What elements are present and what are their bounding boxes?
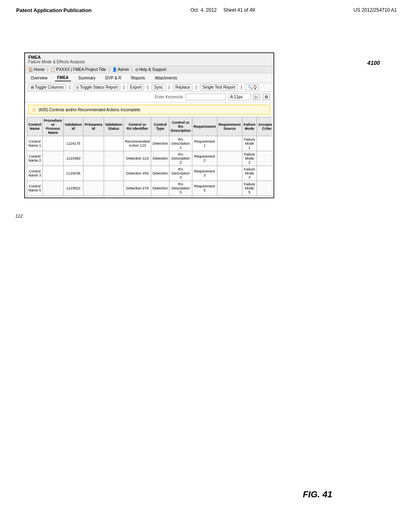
app-title-area: FMEA Failure Mode & Effects Analysis <box>28 55 85 64</box>
table-cell: 1124175 <box>63 136 83 151</box>
table-cell <box>43 151 64 166</box>
toolbar: ⊞ Toggle Columns | ⊙ Toggle Status Repor… <box>25 83 273 92</box>
table-cell <box>104 151 124 166</box>
table-cell: RA Description 5 <box>169 181 192 196</box>
font-selector[interactable]: A 11px <box>228 94 250 100</box>
toolbar-sep-5: | <box>196 85 197 89</box>
alert-bar: ⚠ (605) Controls and/or Recommended Acti… <box>28 105 270 114</box>
col-header-acceptance: AcceptanceCriteria <box>257 117 272 136</box>
tab-bar: Overview FMEA Summary DVP & R Reports At… <box>25 73 273 83</box>
toolbar-sep-4: | <box>169 85 170 89</box>
tab-attachments[interactable]: Attachments <box>152 75 180 81</box>
table-cell: Detection <box>151 151 169 166</box>
tab-summary[interactable]: Summary <box>76 75 98 81</box>
single-test-report-button[interactable]: Single Test Report <box>200 84 238 90</box>
table-cell <box>217 166 242 181</box>
table-cell: Detection 456 <box>124 166 151 181</box>
home-icon: 🏠 <box>28 67 33 72</box>
toolbar-sep-3: | <box>147 85 148 89</box>
device-frame: FMEA Failure Mode & Effects Analysis 🏠 H… <box>24 52 274 198</box>
tab-dvp[interactable]: DVP & R <box>103 75 124 81</box>
patent-pub-label: Patent Application Publication <box>16 7 92 13</box>
table-cell: Control Name 2 <box>27 151 43 166</box>
settings-button[interactable]: ⚙ <box>263 94 270 100</box>
table-cell: 1123360 <box>63 151 83 166</box>
search-shortcut-button[interactable]: 🔍 Q <box>245 84 259 90</box>
table-cell <box>257 151 272 166</box>
figure-number: FIG. 41 <box>303 489 332 500</box>
search-label: Enter Keywords <box>154 95 183 99</box>
table-cell <box>104 136 124 151</box>
table-cell: Requirement 3 <box>192 166 217 181</box>
nav-home[interactable]: 🏠 Home <box>28 67 45 72</box>
nav-sep-2: | <box>108 67 110 72</box>
search-shortcut-icon: 🔍 <box>248 85 252 89</box>
table-row: Control Name 51123622Detection 476Detect… <box>27 181 272 196</box>
settings-icon: ⚙ <box>265 95 268 99</box>
col-header-control-type: ControlType <box>151 117 169 136</box>
replace-button[interactable]: Replace <box>173 84 193 90</box>
table-cell <box>257 166 272 181</box>
table-cell: Failure Mode 5 <box>242 181 257 196</box>
table-cell <box>257 181 272 196</box>
arrow-right-icon: ▷ <box>255 95 258 99</box>
patent-header: Patent Application Publication Oct. 4, 2… <box>0 0 413 17</box>
col-header-requirement: Requirement <box>192 117 217 136</box>
export-button[interactable]: Export <box>127 84 144 90</box>
table-cell <box>83 151 104 166</box>
table-cell <box>83 136 104 151</box>
nav-admin-label: Admin <box>118 67 129 72</box>
help-icon: ⊙ <box>135 67 138 72</box>
table-cell: Failure Mode 2 <box>242 151 257 166</box>
table-cell: Requirement 2 <box>192 151 217 166</box>
toolbar-sep-6: | <box>241 85 242 89</box>
sync-button[interactable]: Sync <box>152 84 165 90</box>
nav-project[interactable]: 📋 PXXXX | FMEA Project Title <box>50 67 106 72</box>
patent-date: Oct. 4, 2012 <box>190 7 217 13</box>
table-cell: Failure Mode 3 <box>242 166 257 181</box>
col-header-ra-identifier: Control orRA Identifier <box>124 117 151 136</box>
table-cell: 1123622 <box>63 181 83 196</box>
arrow-right-button[interactable]: ▷ <box>253 94 260 100</box>
table-cell: Detection 123 <box>124 151 151 166</box>
table-cell <box>43 181 64 196</box>
toggle-columns-button[interactable]: ⊞ Toggle Columns <box>28 84 66 90</box>
tab-overview[interactable]: Overview <box>28 75 50 81</box>
table-cell: Detection <box>151 166 169 181</box>
table-cell <box>257 136 272 151</box>
table-cell <box>104 181 124 196</box>
table-cell: RA Description 1 <box>169 136 192 151</box>
table-cell: 1124036 <box>63 166 83 181</box>
nav-help[interactable]: ⊙ Help & Support <box>135 67 167 72</box>
table-cell: Recommended Action 123 <box>124 136 151 151</box>
table-cell: Requirement 5 <box>192 181 217 196</box>
table-cell: RA Description 3 <box>169 166 192 181</box>
data-table: ControlName Procedure orProcess Name Val… <box>27 117 272 196</box>
table-cell: Requirement 1 <box>192 136 217 151</box>
tab-fmea[interactable]: FMEA <box>55 75 71 81</box>
table-row: Control Name 31124036Detection 456Detect… <box>27 166 272 181</box>
nav-help-label: Help & Support <box>139 67 167 72</box>
tab-reports[interactable]: Reports <box>129 75 148 81</box>
app-title: FMEA <box>28 55 85 60</box>
table-cell <box>83 166 104 181</box>
toggle-status-button[interactable]: ⊙ Toggle Status Report <box>73 84 120 90</box>
patent-center: Oct. 4, 2012 Sheet 41 of 49 <box>190 7 255 13</box>
toolbar-sep-2: | <box>123 85 125 89</box>
nav-admin[interactable]: 👤 Admin <box>112 67 129 72</box>
nav-home-label: Home <box>34 67 45 72</box>
col-header-primavera: PrimaveraId <box>83 117 104 136</box>
device-label: 112 <box>15 214 23 218</box>
table-cell <box>43 136 64 151</box>
toggle-status-icon: ⊙ <box>76 85 79 89</box>
table-cell: RA Description 2 <box>169 151 192 166</box>
table-cell <box>43 166 64 181</box>
annotation-4100: 4100 <box>367 60 380 66</box>
table-cell <box>217 181 242 196</box>
col-header-procedure: Procedure orProcess Name <box>43 117 64 136</box>
search-input[interactable] <box>186 94 226 100</box>
patent-number: US 2012/254710 A1 <box>354 7 397 13</box>
table-cell <box>217 151 242 166</box>
table-row: Control Name 11124175Recommended Action … <box>27 136 272 151</box>
table-row: Control Name 21123360Detection 123Detect… <box>27 151 272 166</box>
